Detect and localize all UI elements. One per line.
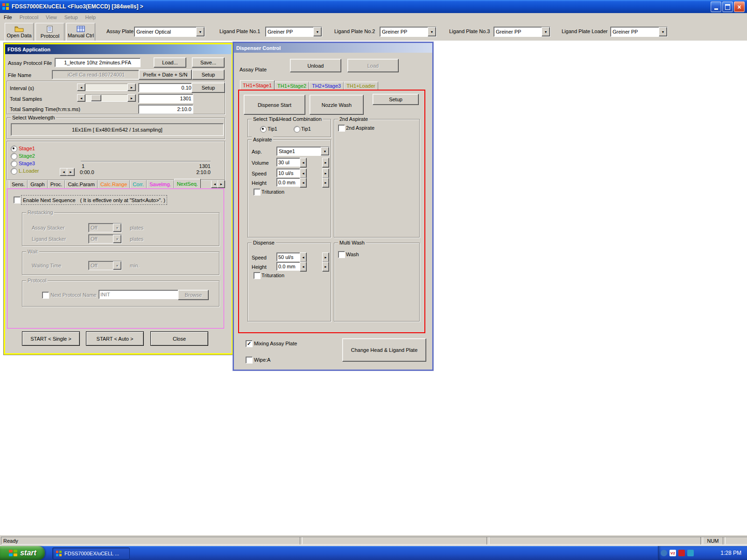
tab-th2-stage3[interactable]: TH2+Stage3 <box>309 82 344 90</box>
tab-th1-stage2[interactable]: TH1+Stage2 <box>275 82 309 90</box>
ligand-plate2-select[interactable]: Greiner PP ▼ <box>380 27 437 37</box>
scroll-thumb[interactable] <box>91 95 101 101</box>
start-button[interactable]: start <box>0 546 45 560</box>
chevron-down-icon[interactable]: ▼ <box>313 27 322 36</box>
tray-icon-red[interactable] <box>678 550 685 556</box>
file-name-setup-button[interactable]: Setup <box>192 70 225 80</box>
chevron-down-icon[interactable]: ▼ <box>321 147 329 155</box>
dispense-speed-increment-button[interactable]: ► <box>322 252 329 262</box>
stage1-radio[interactable] <box>11 146 17 152</box>
scroll-track[interactable] <box>85 84 127 91</box>
enable-next-sequence-caption[interactable]: Enable Next Sequence ( It is effective o… <box>21 195 167 205</box>
load-button[interactable]: Load... <box>154 57 186 68</box>
mixing-assay-plate-checkbox[interactable]: ✓ <box>246 340 253 347</box>
scroll-track[interactable] <box>85 94 127 102</box>
dispense-height-increment-button[interactable]: ► <box>322 262 329 272</box>
dispenser-titlebar[interactable]: Dispenser Control <box>234 43 432 53</box>
start-single-button[interactable]: START < Single > <box>22 331 80 346</box>
change-head-ligand-plate-button[interactable]: Change Head & Ligand Plate <box>342 338 426 362</box>
open-data-button[interactable]: Open Data <box>5 23 34 41</box>
dispenser-setup-button[interactable]: Setup <box>373 94 419 105</box>
tab-proc[interactable]: Proc. <box>48 180 65 188</box>
minimize-button[interactable] <box>711 1 721 12</box>
nozzle-wash-button[interactable]: Nozzle Wash <box>310 95 364 115</box>
tab-nextseq[interactable]: NextSeq. <box>174 179 201 188</box>
stage2-radio[interactable] <box>11 153 17 160</box>
clock[interactable]: 1:28 PM <box>720 550 741 556</box>
taskbar-task-fdss[interactable]: FDSS7000EX/uCELL ... <box>52 547 130 560</box>
aspirate-height-field[interactable]: 0.0 mm <box>276 178 303 187</box>
wipe-a-checkbox[interactable] <box>246 357 253 364</box>
tab-corr[interactable]: Corr. <box>130 180 147 188</box>
save-button[interactable]: Save... <box>192 57 225 68</box>
aspirate-speed-increment-button[interactable]: ► <box>322 168 329 178</box>
interval-scrollbar[interactable]: ◄ ► <box>77 84 136 91</box>
ligand-plate-loader-select[interactable]: Greiner PP ▼ <box>610 27 668 37</box>
tip1-b-radio[interactable] <box>294 126 300 133</box>
volume-increment-button[interactable]: ► <box>322 158 329 168</box>
interval-setup-button[interactable]: Setup <box>191 83 225 93</box>
volume-decrement-button[interactable]: ◄ <box>300 158 307 168</box>
dispense-height-decrement-button[interactable]: ◄ <box>300 262 307 272</box>
ligand-plate1-select[interactable]: Greiner PP ▼ <box>265 27 322 37</box>
tab-th1-loader[interactable]: TH1+Loader <box>344 82 378 90</box>
aspirate-height-increment-button[interactable]: ► <box>322 178 329 188</box>
maximize-button[interactable] <box>722 1 733 12</box>
chevron-down-icon[interactable]: ▼ <box>196 27 204 36</box>
scroll-right-button[interactable]: ► <box>127 84 136 91</box>
menu-setup[interactable]: Setup <box>61 13 82 22</box>
tip1-radio[interactable] <box>260 126 267 133</box>
tab-calc-range[interactable]: Calc.Range <box>98 180 130 188</box>
aspirate-speed-decrement-button[interactable]: ◄ <box>300 168 307 178</box>
asp-stage-select[interactable]: Stage1 ▼ <box>276 147 330 156</box>
unload-button[interactable]: Unload <box>290 59 341 72</box>
chevron-down-icon[interactable]: ▼ <box>659 27 667 36</box>
dispense-trituration-checkbox[interactable] <box>254 272 261 279</box>
tab-th1-stage1[interactable]: TH1+Stage1 <box>240 80 275 90</box>
total-samples-scrollbar[interactable]: ◄ ► <box>77 94 136 102</box>
enable-next-sequence-checkbox[interactable] <box>14 196 21 203</box>
aspirate-height-decrement-button[interactable]: ◄ <box>300 178 307 188</box>
aspirate-trituration-checkbox[interactable] <box>254 189 261 196</box>
close-button[interactable]: × <box>734 1 745 12</box>
total-samples-value[interactable]: 1301 <box>138 94 193 103</box>
interval-value[interactable]: 0.10 <box>138 83 193 92</box>
tab-calc-param[interactable]: Calc.Param <box>65 180 97 188</box>
titlebar[interactable]: FDSS7000EX/uCELL <Fluo3(EMCCD) [384wells… <box>0 0 747 13</box>
tab-scroll-right-button[interactable]: ► <box>218 180 225 188</box>
scroll-right-button[interactable]: ► <box>127 94 136 102</box>
chevron-down-icon[interactable]: ▼ <box>428 27 436 36</box>
stage3-radio[interactable] <box>11 161 17 167</box>
start-auto-button[interactable]: START < Auto > <box>86 331 144 346</box>
menu-help[interactable]: Help <box>82 13 100 22</box>
dispense-speed-field[interactable]: 50 ul/s <box>276 252 303 261</box>
scroll-left-button[interactable]: ◄ <box>77 84 85 91</box>
menu-file[interactable]: File <box>0 13 16 22</box>
second-aspirate-checkbox[interactable] <box>338 125 345 132</box>
tab-graph[interactable]: Graph <box>28 180 48 188</box>
wash-checkbox[interactable] <box>338 251 345 258</box>
tray-icon-teal[interactable] <box>687 550 694 556</box>
range-right-button[interactable]: ► <box>67 168 75 176</box>
ligand-plate3-select[interactable]: Greiner PP ▼ <box>493 27 550 37</box>
chevron-down-icon[interactable]: ▼ <box>542 27 550 36</box>
close-dialog-button[interactable]: Close <box>150 331 208 346</box>
fdss-titlebar[interactable]: FDSS Application <box>5 44 232 54</box>
dispense-speed-decrement-button[interactable]: ◄ <box>300 252 307 262</box>
volume-field[interactable]: 30 ul <box>276 158 303 167</box>
sample-range-track[interactable] <box>81 161 211 162</box>
assay-plate-select[interactable]: Greiner Optical ▼ <box>134 27 205 37</box>
scroll-left-button[interactable]: ◄ <box>77 94 85 102</box>
manual-ctrl-button[interactable]: Manual Ctrl <box>66 23 95 41</box>
menu-protocol[interactable]: Protocol <box>16 13 42 22</box>
aspirate-speed-field[interactable]: 10 ul/s <box>276 168 303 177</box>
tray-icon-v2[interactable]: V2 <box>669 550 676 556</box>
dispense-height-field[interactable]: 0.0 mm <box>276 262 303 271</box>
loader-radio[interactable] <box>11 168 17 175</box>
prefix-date-sn-button[interactable]: Prefix + Date + S/N <box>139 70 192 80</box>
tab-saveimg[interactable]: SaveImg. <box>147 180 174 188</box>
tray-icon-blue[interactable] <box>661 550 667 556</box>
menu-view[interactable]: View <box>42 13 61 22</box>
protocol-button[interactable]: Protocol <box>35 23 64 41</box>
dispense-start-button[interactable]: Dispense Start <box>244 95 305 115</box>
